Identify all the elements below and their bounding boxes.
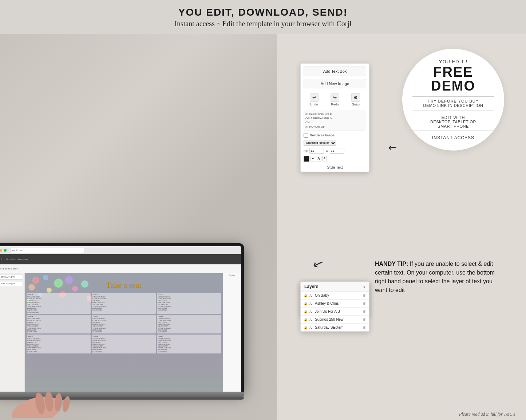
table-1-title: Table 1	[27, 294, 90, 296]
size-inputs-row: Hgt W	[301, 147, 369, 155]
table-7-names: SAMANTHA JONESCAROL BRADSHAWJOHN PITTENL…	[27, 337, 90, 353]
demo-edit-with-label: EDIT WITH	[441, 115, 465, 120]
layer-lock-supinos: 🔒	[304, 318, 308, 321]
corjl-header: Corjl NooraPartyTemplates	[0, 254, 241, 264]
layer-oh-baby[interactable]: 🔒 A Oh Baby 🗑	[301, 292, 369, 300]
handy-tip-section: HANDY TIP: If you are unable to select &…	[375, 260, 506, 295]
table-9-title: Table 9	[158, 335, 220, 337]
browser-min-dot	[0, 249, 2, 252]
bubble-1	[32, 277, 39, 284]
table-1-names: SAMANTHA JONESCAROL BRADSHAWJOHN PITTENL…	[27, 296, 90, 313]
banner-headline: YOU EDIT, DOWNLOAD, SEND!	[0, 7, 526, 18]
layers-panel-expanded: Layers ∨ 🔒 A Oh Baby 🗑 🔒 A Ashley & Chri…	[300, 281, 369, 332]
layer-saturday-septem[interactable]: 🔒 A Saturday SEptem 🗑	[301, 324, 369, 331]
banner-subline: Instant access ~ Edit the template in yo…	[0, 20, 526, 28]
font-style-select[interactable]: Standard Regular	[304, 140, 336, 146]
table-9-names: SAMANTHA JONESCAROL BRADSHAWJOHN PITTENL…	[158, 337, 220, 353]
layers-expanded-header: Layers ∨	[301, 282, 369, 292]
demo-try-label: TRY BEFORE YOU BUY	[428, 99, 479, 103]
undo-icon: ↩	[310, 93, 319, 102]
height-input[interactable]	[309, 148, 324, 154]
text-preview-line3: CH	[305, 120, 364, 124]
snap-icon: ⊕	[351, 93, 360, 102]
table-5-title: Table 5	[92, 316, 155, 317]
bubble-8	[47, 288, 52, 293]
table-7: Table 7 SAMANTHA JONESCAROL BRADSHAWJOHN…	[27, 335, 91, 353]
width-input[interactable]	[330, 148, 344, 154]
layer-delete-ashley[interactable]: 🗑	[363, 301, 366, 305]
snap-tool[interactable]: ⊕ Snap	[351, 93, 360, 106]
corjl-order-id: Order Id: 1509758194	[0, 267, 18, 270]
corjl-nav-item: NooraPartyTemplates	[5, 257, 30, 261]
table-1: Table 1 SAMANTHA JONESCAROL BRADSHAWJOHN…	[27, 293, 91, 314]
table-6: Table 6 SAMANTHA JONESCAROL BRADSHAWJOHN…	[157, 315, 221, 334]
demo-devices-label: DESKTOP, TABLET OR	[430, 120, 476, 124]
bubble-7	[81, 280, 88, 288]
table-6-title: Table 6	[158, 316, 220, 317]
text-preview-line4: IN HONOR OF	[305, 125, 364, 129]
footer: Please read ad in full for T&C's	[459, 412, 515, 417]
corjl-nav: NooraPartyTemplates	[5, 257, 30, 261]
style-text-section: Style Text	[301, 163, 369, 172]
layers-expanded-chevron[interactable]: ∨	[363, 285, 365, 289]
resize-as-image-checkbox[interactable]	[304, 133, 308, 138]
layers-expanded-title: Layers	[304, 284, 319, 289]
size-preset-2[interactable]: A	[316, 156, 321, 161]
sidebar-incomplete: INCOMPLETE	[0, 275, 23, 280]
top-banner: YOU EDIT, DOWNLOAD, SEND! Instant access…	[0, 0, 526, 34]
layer-delete-oh-baby[interactable]: 🗑	[363, 293, 366, 297]
undo-tool[interactable]: ↩ Undo	[310, 93, 319, 106]
layer-name-supinos: Supinos 250 New	[315, 317, 361, 321]
table-8-title: Table 8	[92, 335, 155, 337]
svg-point-4	[62, 396, 71, 413]
bubble-3	[54, 279, 63, 288]
layer-join-us[interactable]: 🔒 A Join Us For A B 🗑	[301, 308, 369, 316]
color-swatch[interactable]	[304, 156, 309, 162]
add-new-image-button[interactable]: Add New Image	[304, 79, 366, 88]
text-preview-line2: OR A BRIDAL BRUN	[305, 116, 364, 120]
layer-name-oh-baby: Oh Baby	[315, 293, 361, 297]
resize-as-image-row: Resize as Image	[301, 132, 369, 139]
table-3-title: Table 3	[158, 294, 220, 296]
corjl-floating-panel: Add Text Box Add New Image ↩ Undo ↪ Redo…	[300, 63, 369, 172]
sidebar-save: Save to Original	[0, 281, 23, 286]
layer-lock-saturdayseptem: 🔒	[304, 326, 308, 329]
panel-tools: ↩ Undo ↪ Redo ⊕ Snap	[301, 90, 369, 109]
layer-delete-saturdayseptem[interactable]: 🗑	[363, 325, 366, 329]
text-preview-line1: PLEASE JOIN US F	[305, 112, 364, 116]
size-preset-3[interactable]: A	[322, 156, 327, 161]
bubble-5	[65, 276, 73, 284]
table-4-names: SAMANTHA JONESCAROL BRADSHAWJOHN PITTENL…	[27, 318, 90, 333]
demo-smartphone-label: SMART PHONE	[438, 124, 469, 128]
handy-tip-text: HANDY TIP: If you are unable to select &…	[375, 260, 506, 295]
browser-max-dot	[4, 249, 7, 252]
layer-ashley-chris[interactable]: 🔒 A Ashley & Chris 🗑	[301, 300, 369, 308]
layer-delete-join[interactable]: 🗑	[363, 309, 366, 313]
layer-supinos[interactable]: 🔒 A Supinos 250 New 🗑	[301, 316, 369, 324]
seating-chart-title: Take a seat	[106, 280, 141, 290]
table-3-names: SAMANTHA JONESCAROL BRADSHAWJOHN PITTENL…	[158, 296, 220, 311]
demo-divider-2	[412, 111, 494, 111]
bubble-2	[43, 275, 48, 280]
layer-lock-oh-baby: 🔒	[304, 294, 308, 297]
layer-name-join: Join Us For A B	[315, 309, 361, 313]
corjl-logo: Corjl	[0, 257, 3, 261]
height-label: Hgt	[304, 149, 308, 152]
layer-lock-ashley: 🔒	[304, 302, 308, 305]
layer-delete-supinos[interactable]: 🗑	[363, 317, 366, 321]
table-7-title: Table 7	[27, 335, 90, 337]
table-6-names: SAMANTHA JONESCAROL BRADSHAWJOHN PITTENL…	[158, 318, 220, 333]
redo-tool[interactable]: ↪ Redo	[331, 93, 339, 106]
bubble-4	[28, 284, 35, 291]
table-8: Table 8 SAMANTHA JONESCAROL BRADSHAWJASO…	[92, 335, 156, 353]
add-text-box-button[interactable]: Add Text Box	[304, 67, 366, 76]
size-preset-1[interactable]: A	[311, 156, 315, 161]
demo-divider-1	[412, 96, 494, 97]
corjl-right-tools: Orders	[223, 273, 241, 392]
hand-area	[7, 367, 87, 418]
arrow-circle-to-panel: ↙	[385, 140, 400, 155]
main-area: corjl.com Corjl NooraPartyTemplates Orde…	[0, 34, 526, 420]
layer-type-ashley: A	[309, 302, 313, 305]
demo-instant-label: INSTANT ACCESS	[432, 135, 474, 140]
footer-text: Please read ad in full for T&C's	[459, 412, 515, 417]
